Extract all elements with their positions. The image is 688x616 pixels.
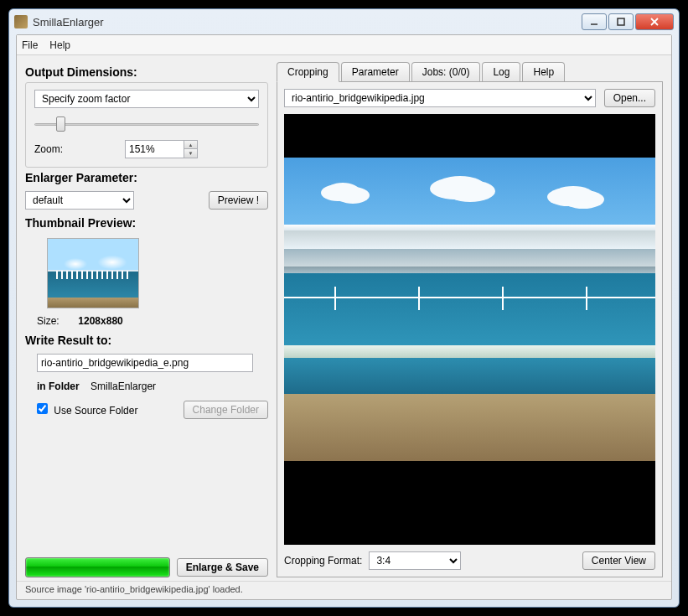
cropping-format-label: Cropping Format: <box>284 555 362 567</box>
thumbnail-label: Thumbnail Preview: <box>25 216 268 230</box>
svg-rect-1 <box>618 18 624 25</box>
titlebar[interactable]: SmillaEnlarger <box>9 9 679 34</box>
right-panel: Cropping Parameter Jobs: (0/0) Log Help … <box>277 62 663 577</box>
cropping-format-select[interactable]: 3:4 <box>369 551 461 570</box>
tab-panel-cropping: rio-antirio_bridgewikipedia.jpg Open... <box>277 81 663 577</box>
maximize-button[interactable] <box>608 13 634 30</box>
cropping-preview[interactable] <box>284 114 655 545</box>
source-file-select[interactable]: rio-antirio_bridgewikipedia.jpg <box>284 89 596 107</box>
tab-cropping[interactable]: Cropping <box>277 62 339 82</box>
bridge-decoration <box>284 287 655 310</box>
output-dimensions-label: Output Dimensions: <box>25 65 268 79</box>
use-source-label: Use Source Folder <box>54 405 137 417</box>
thumbnail-image <box>47 238 139 308</box>
write-result-label: Write Result to: <box>25 334 268 347</box>
menu-help[interactable]: Help <box>49 39 70 51</box>
zoom-label: Zoom: <box>34 143 118 155</box>
enlarger-param-label: Enlarger Parameter: <box>25 171 268 184</box>
tabbar: Cropping Parameter Jobs: (0/0) Log Help <box>277 62 663 81</box>
clouds-decoration <box>284 173 655 223</box>
spin-up-icon[interactable]: ▲ <box>184 141 197 149</box>
in-folder-label: in Folder <box>37 380 80 392</box>
use-source-checkbox-input[interactable] <box>37 403 48 414</box>
sizing-method-select[interactable]: Specify zoom factor <box>34 90 259 108</box>
close-button[interactable] <box>635 13 674 30</box>
zoom-input[interactable] <box>125 140 184 158</box>
app-window: SmillaEnlarger File Help Output Dimensio… <box>8 8 680 608</box>
status-bar: Source image 'rio-antirio_bridgewikipedi… <box>17 581 671 599</box>
minimize-button[interactable] <box>582 13 607 30</box>
size-value: 1208x880 <box>78 315 122 327</box>
tab-parameter[interactable]: Parameter <box>341 62 410 81</box>
zoom-slider[interactable] <box>34 116 259 132</box>
enlarge-save-button[interactable]: Enlarge & Save <box>177 558 268 577</box>
window-title: SmillaEnlarger <box>33 16 582 28</box>
tab-jobs[interactable]: Jobs: (0/0) <box>411 62 481 81</box>
app-icon <box>14 15 28 28</box>
progress-bar <box>25 557 170 577</box>
output-dimensions-group: Specify zoom factor Zoom: ▲ <box>25 82 268 168</box>
preview-button[interactable]: Preview ! <box>209 191 268 210</box>
slider-thumb-icon[interactable] <box>56 116 65 132</box>
left-panel: Output Dimensions: Specify zoom factor Z… <box>25 62 268 577</box>
output-filename-input[interactable] <box>37 354 253 372</box>
menu-file[interactable]: File <box>22 39 38 51</box>
tab-help[interactable]: Help <box>522 62 565 81</box>
tab-log[interactable]: Log <box>482 62 520 81</box>
spin-down-icon[interactable]: ▼ <box>184 149 197 158</box>
folder-name: SmillaEnlarger <box>91 380 156 392</box>
center-view-button[interactable]: Center View <box>582 551 655 570</box>
change-folder-button[interactable]: Change Folder <box>184 401 268 419</box>
zoom-spinner[interactable]: ▲ ▼ <box>125 140 198 158</box>
preset-select[interactable]: default <box>25 191 134 210</box>
menubar: File Help <box>17 35 671 55</box>
client-area: File Help Output Dimensions: Specify zoo… <box>16 34 672 600</box>
use-source-folder-checkbox[interactable]: Use Source Folder <box>37 403 137 417</box>
size-label: Size: <box>37 315 67 327</box>
open-button[interactable]: Open... <box>604 89 655 107</box>
